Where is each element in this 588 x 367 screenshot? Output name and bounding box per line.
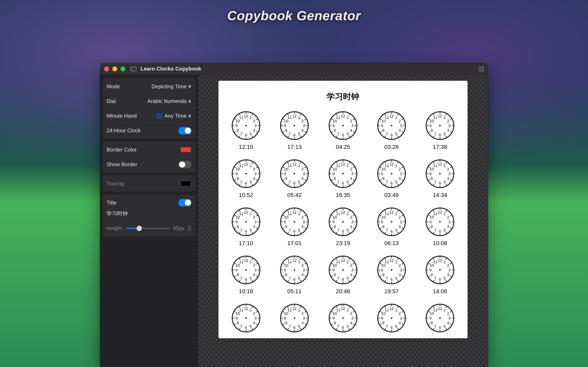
title-input[interactable]: 学习时钟 xyxy=(107,210,191,221)
clock-time-label: 05:42 xyxy=(279,192,310,198)
svg-line-1734 xyxy=(390,331,390,332)
svg-line-594 xyxy=(393,160,393,161)
svg-text:9: 9 xyxy=(430,268,432,272)
svg-text:11: 11 xyxy=(239,308,243,312)
svg-text:9: 9 xyxy=(284,268,286,272)
preview-area[interactable]: 学习时钟 12345678910111212:10123456789101112… xyxy=(198,75,488,367)
dial-select[interactable]: Arabic Numerals xyxy=(147,98,191,104)
svg-text:3: 3 xyxy=(254,316,257,320)
svg-line-193 xyxy=(329,127,330,127)
svg-text:6: 6 xyxy=(390,325,393,330)
svg-text:2: 2 xyxy=(253,311,255,316)
clock-time-label: 17:01 xyxy=(279,240,310,247)
slider-thumb[interactable] xyxy=(137,226,142,231)
clock-cell: 123456789101112 xyxy=(328,303,358,336)
height-stepper[interactable] xyxy=(187,225,191,232)
clock-time-label: 04:25 xyxy=(328,144,358,150)
svg-line-639 xyxy=(378,172,379,173)
minute-hand-select[interactable]: Any Time xyxy=(164,113,191,119)
svg-text:1: 1 xyxy=(444,164,446,168)
svg-line-459 xyxy=(307,172,308,173)
svg-text:3: 3 xyxy=(254,268,257,272)
svg-text:8: 8 xyxy=(285,225,287,229)
svg-line-920 xyxy=(342,234,342,235)
svg-line-1747 xyxy=(378,319,379,320)
svg-text:8: 8 xyxy=(334,273,336,277)
svg-text:3: 3 xyxy=(254,124,257,128)
clock-face-icon: 123456789101112 xyxy=(279,158,310,189)
svg-point-591 xyxy=(342,173,344,175)
show-border-toggle[interactable] xyxy=(178,161,191,168)
svg-text:1: 1 xyxy=(395,212,397,216)
svg-text:3: 3 xyxy=(303,172,305,176)
svg-line-1290 xyxy=(342,283,342,284)
svg-text:3: 3 xyxy=(303,316,305,320)
clock-face-icon: 123456789101112 xyxy=(425,303,455,333)
tracing-color-well[interactable] xyxy=(180,180,191,187)
close-button[interactable] xyxy=(104,67,109,71)
height-slider[interactable] xyxy=(126,228,170,229)
mode-select[interactable]: Depicting Time xyxy=(151,83,191,90)
svg-text:6: 6 xyxy=(390,133,393,137)
svg-text:8: 8 xyxy=(382,273,384,277)
grid-view-icon[interactable] xyxy=(479,66,484,72)
title-toggle[interactable] xyxy=(178,199,191,206)
svg-line-1421 xyxy=(453,268,454,269)
svg-text:6: 6 xyxy=(342,325,344,330)
clock-face-icon: 123456789101112 xyxy=(376,110,407,141)
svg-line-1436 xyxy=(441,283,442,284)
title-label: Title xyxy=(107,200,116,206)
clock-face-icon: 123456789101112 xyxy=(231,158,261,189)
svg-text:12: 12 xyxy=(438,307,442,311)
svg-text:11: 11 xyxy=(433,115,437,120)
svg-text:5: 5 xyxy=(250,324,252,328)
svg-text:8: 8 xyxy=(431,273,433,277)
svg-text:4: 4 xyxy=(350,225,352,229)
svg-text:9: 9 xyxy=(235,172,238,176)
target-icon[interactable] xyxy=(156,113,162,119)
svg-text:9: 9 xyxy=(235,220,238,224)
svg-text:7: 7 xyxy=(337,180,339,184)
svg-text:5: 5 xyxy=(347,180,349,184)
svg-line-1438 xyxy=(439,283,439,284)
svg-text:8: 8 xyxy=(382,176,384,181)
svg-text:4: 4 xyxy=(398,176,401,181)
svg-line-1793 xyxy=(453,319,454,320)
svg-text:8: 8 xyxy=(334,128,336,133)
svg-text:6: 6 xyxy=(245,277,247,282)
svg-text:1: 1 xyxy=(250,260,252,264)
dial-label: Dial xyxy=(107,98,116,104)
sidebar-toggle-icon[interactable] xyxy=(130,67,136,71)
svg-line-1216 xyxy=(293,283,293,284)
window-title: Learn Clocks Copybook xyxy=(140,66,201,72)
svg-line-165 xyxy=(356,127,357,127)
zoom-button[interactable] xyxy=(121,67,125,71)
svg-text:8: 8 xyxy=(334,225,336,229)
svg-line-935 xyxy=(329,220,330,221)
clock-face-icon: 123456789101112 xyxy=(425,255,455,285)
svg-text:1: 1 xyxy=(347,212,349,216)
svg-text:7: 7 xyxy=(289,276,291,280)
svg-line-326 xyxy=(441,138,442,139)
clock-time-label: 03:49 xyxy=(376,192,407,198)
clock-cell: 123456789101112 xyxy=(231,303,261,336)
clock-time-label: 17:10 xyxy=(231,240,261,247)
svg-line-134 xyxy=(293,112,293,113)
clock-face-icon: 123456789101112 xyxy=(279,207,310,237)
svg-line-313 xyxy=(453,127,454,127)
svg-line-905 xyxy=(356,223,357,224)
svg-text:2: 2 xyxy=(350,263,352,267)
svg-line-1199 xyxy=(307,268,308,269)
24hour-toggle[interactable] xyxy=(178,127,191,134)
clock-cell: 12345678910111205:42 xyxy=(279,158,310,198)
clock-face-icon: 123456789101112 xyxy=(376,207,407,237)
border-color-well[interactable] xyxy=(180,147,191,153)
svg-text:1: 1 xyxy=(298,115,300,120)
svg-text:12: 12 xyxy=(389,162,394,166)
minimize-button[interactable] xyxy=(112,67,117,71)
svg-text:6: 6 xyxy=(293,133,296,137)
svg-text:4: 4 xyxy=(253,321,255,325)
clock-face-icon: 123456789101112 xyxy=(231,207,261,237)
svg-text:4: 4 xyxy=(253,273,255,277)
svg-text:8: 8 xyxy=(431,225,433,229)
